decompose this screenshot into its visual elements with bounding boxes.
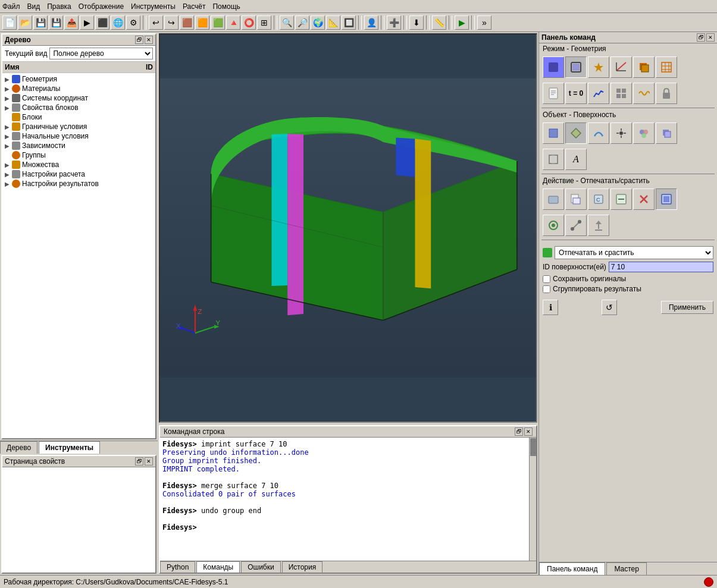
viewport-3d[interactable]: Z Y X (159, 33, 537, 423)
menu-edit[interactable]: Правка (47, 2, 71, 11)
action-btn-6[interactable] (656, 188, 677, 210)
cmdline-tab-history[interactable]: История (282, 561, 323, 573)
tb-plus[interactable]: ➕ (387, 15, 401, 30)
mode-btn-10[interactable] (610, 83, 632, 104)
obj-btn-5[interactable] (633, 122, 655, 144)
mode-btn-5[interactable] (633, 56, 655, 78)
tb-undo[interactable]: ↩ (149, 15, 163, 30)
tree-restore-btn[interactable]: 🗗 (135, 36, 143, 44)
props-close-btn[interactable]: ✕ (145, 457, 153, 466)
obj-btn-2[interactable] (565, 122, 587, 144)
tree-item-block-props[interactable]: ▶ Свойства блоков (2, 103, 155, 112)
obj-btn-3[interactable] (588, 122, 609, 144)
action-btn-4[interactable] (610, 188, 632, 210)
cmdline-tab-commands[interactable]: Команды (196, 561, 240, 573)
cmd-panel-restore-btn[interactable]: 🗗 (697, 33, 705, 42)
obj-btn-4[interactable] (610, 122, 632, 144)
right-tab-cmd[interactable]: Панель команд (539, 562, 605, 575)
action-btn-2[interactable] (565, 188, 587, 210)
mode-btn-6[interactable] (656, 56, 677, 78)
tb-redo[interactable]: ↪ (164, 15, 179, 30)
mode-btn-1[interactable] (543, 56, 564, 78)
menu-view[interactable]: Вид (27, 2, 40, 11)
mode-btn-4[interactable] (610, 56, 632, 78)
mode-btn-2[interactable] (565, 56, 587, 78)
tree-item-results[interactable]: ▶ Настройки результатов (2, 179, 155, 188)
mode-btn-3[interactable] (588, 56, 609, 78)
status-red-indicator[interactable] (704, 577, 713, 587)
obj-btn-8[interactable]: A (565, 149, 587, 170)
menu-calc[interactable]: Расчёт (183, 2, 206, 11)
tab-instruments[interactable]: Инструменты (39, 441, 100, 454)
menu-help[interactable]: Помощь (212, 2, 240, 11)
tree-item-coords[interactable]: ▶ Системы координат (2, 93, 155, 103)
tb-save-as[interactable]: 💾 (49, 15, 63, 30)
mode-btn-9[interactable] (588, 83, 609, 104)
menu-file[interactable]: Файл (2, 2, 20, 11)
tree-item-geometry[interactable]: ▶ Геометрия (2, 74, 155, 84)
obj-btn-7[interactable] (543, 149, 564, 170)
mode-btn-7[interactable] (543, 83, 564, 104)
info-btn[interactable]: ℹ (543, 300, 558, 315)
obj-btn-1[interactable] (543, 122, 564, 144)
action-btn-1[interactable] (543, 188, 564, 210)
tb-save[interactable]: 💾 (33, 15, 48, 30)
cmdline-restore-btn[interactable]: 🗗 (515, 427, 523, 436)
apply-button[interactable]: Применить (661, 301, 713, 314)
tree-item-groups[interactable]: ▶ Группы (2, 150, 155, 160)
props-restore-btn[interactable]: 🗗 (135, 457, 143, 466)
tb-ruler[interactable]: 📏 (432, 15, 446, 30)
tb-export[interactable]: 📤 (64, 15, 79, 30)
tree-item-deps[interactable]: ▶ Зависимости (2, 141, 155, 150)
tb-box[interactable]: 🟫 (180, 15, 194, 30)
mode-btn-11[interactable] (633, 83, 655, 104)
tb-person[interactable]: 👤 (364, 15, 378, 30)
tb-zoom-in[interactable]: 🔍 (280, 15, 294, 30)
tb-cube-wire[interactable]: 🔲 (342, 15, 356, 30)
tree-item-calc-settings[interactable]: ▶ Настройки расчета (2, 169, 155, 179)
tb-grid[interactable]: ⊞ (257, 15, 271, 30)
cmdline-close-btn[interactable]: ✕ (524, 427, 533, 436)
tb-view3d[interactable]: 🌐 (111, 15, 125, 30)
tb-more[interactable]: » (477, 15, 491, 30)
menu-display[interactable]: Отображение (79, 2, 124, 11)
action-btn-8[interactable] (565, 215, 587, 236)
mode-btn-8[interactable]: t = 0 (565, 83, 587, 104)
action-btn-7[interactable] (543, 215, 564, 236)
tb-down[interactable]: ⬇ (409, 15, 424, 30)
tree-item-initial[interactable]: ▶ Начальные условия (2, 131, 155, 141)
obj-btn-6[interactable] (656, 122, 677, 144)
tb-play-green[interactable]: ▶ (455, 15, 469, 30)
menu-tools[interactable]: Инструменты (131, 2, 176, 11)
tb-sphere[interactable]: 🟧 (195, 15, 209, 30)
tab-tree[interactable]: Дерево (0, 441, 37, 454)
tb-cylinder[interactable]: 🟩 (211, 15, 225, 30)
tree-item-boundary[interactable]: ▶ Граничные условия (2, 122, 155, 131)
tb-open[interactable]: 📂 (18, 15, 32, 30)
cmdline-tab-python[interactable]: Python (160, 561, 195, 573)
tree-close-btn[interactable]: ✕ (145, 36, 153, 44)
tree-item-sets[interactable]: ▶ Множества (2, 160, 155, 169)
right-tab-master[interactable]: Мастер (606, 562, 647, 575)
cmdline-tab-errors[interactable]: Ошибки (241, 561, 281, 573)
save-originals-checkbox[interactable] (543, 275, 550, 283)
action-btn-9[interactable] (588, 215, 609, 236)
cmdline-scrollbar[interactable] (529, 438, 536, 561)
tree-view-select[interactable]: Полное дерево (49, 48, 153, 59)
tb-globe[interactable]: 🌍 (311, 15, 325, 30)
mode-btn-12[interactable] (656, 83, 677, 104)
cmd-panel-close-btn[interactable]: ✕ (706, 33, 715, 42)
tb-cone[interactable]: 🔺 (226, 15, 240, 30)
tb-mesh[interactable]: 📐 (326, 15, 340, 30)
tree-item-blocks[interactable]: ▶ Блоки (2, 112, 155, 122)
tb-stop[interactable]: ⬛ (95, 15, 109, 30)
action-btn-3[interactable]: C (588, 188, 609, 210)
refresh-btn[interactable]: ↺ (602, 300, 617, 315)
tb-zoom-out[interactable]: 🔎 (295, 15, 309, 30)
tb-torus[interactable]: ⭕ (242, 15, 256, 30)
tb-new[interactable]: 📄 (2, 15, 17, 30)
action-btn-5[interactable] (633, 188, 655, 210)
surface-ids-input[interactable] (609, 262, 713, 272)
tb-run[interactable]: ▶ (80, 15, 94, 30)
tb-settings[interactable]: ⚙ (126, 15, 140, 30)
